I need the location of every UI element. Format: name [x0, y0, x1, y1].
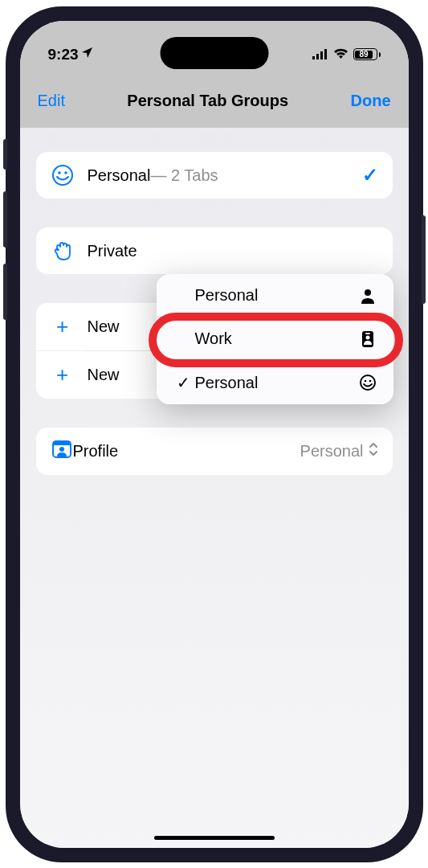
popover-label: Work	[195, 330, 358, 348]
svg-point-6	[64, 171, 67, 174]
profile-label: Profile	[73, 442, 119, 461]
done-button[interactable]: Done	[351, 92, 391, 110]
badge-icon	[358, 330, 377, 348]
plus-icon: +	[51, 314, 75, 339]
popover-item-work[interactable]: Work	[157, 317, 393, 361]
svg-rect-2	[320, 51, 323, 59]
svg-rect-13	[365, 333, 370, 334]
edit-button[interactable]: Edit	[38, 92, 65, 110]
svg-point-10	[365, 289, 371, 296]
profile-icon	[51, 439, 73, 464]
side-button	[3, 139, 7, 170]
profile-value: Personal	[300, 442, 364, 461]
dynamic-island	[160, 37, 268, 69]
page-title: Personal Tab Groups	[127, 92, 288, 110]
power-button	[422, 215, 426, 304]
svg-point-14	[361, 375, 375, 390]
volume-up-button	[3, 191, 7, 248]
plus-icon: +	[51, 362, 75, 387]
smiley-icon	[51, 163, 75, 187]
home-indicator[interactable]	[154, 836, 275, 840]
svg-point-4	[53, 166, 72, 185]
updown-chevron-icon	[369, 442, 378, 461]
svg-point-9	[59, 447, 64, 452]
location-icon	[81, 46, 94, 63]
new-label: New	[88, 317, 120, 336]
svg-point-12	[365, 335, 369, 339]
private-label: Private	[88, 242, 137, 260]
popover-label: Personal	[195, 286, 358, 305]
svg-rect-3	[324, 49, 327, 59]
person-icon	[358, 288, 377, 304]
popover-item-personal[interactable]: Personal	[157, 274, 393, 317]
phone-frame: 9:23 89 Edit	[6, 6, 423, 862]
checkmark-icon: ✓	[173, 373, 195, 392]
svg-point-15	[364, 380, 366, 383]
smiley-icon	[358, 374, 377, 391]
profile-selector[interactable]: Profile Personal	[36, 428, 393, 475]
screen: 9:23 89 Edit	[20, 21, 409, 848]
popover-label: Personal	[195, 374, 358, 392]
svg-rect-0	[312, 56, 315, 59]
popover-item-personal-active[interactable]: ✓ Personal	[157, 361, 393, 404]
content-area: Personal — 2 Tabs ✓ Private + New + New	[20, 128, 409, 848]
hand-icon	[51, 239, 75, 263]
tab-group-label: Personal	[88, 166, 151, 185]
svg-point-5	[58, 171, 61, 174]
battery-level: 89	[355, 51, 373, 59]
svg-rect-1	[316, 54, 319, 59]
tab-group-count: — 2 Tabs	[150, 166, 218, 185]
nav-header: Edit Personal Tab Groups Done	[20, 73, 409, 128]
battery-icon: 89	[353, 48, 381, 60]
tab-group-personal[interactable]: Personal — 2 Tabs ✓	[36, 152, 393, 199]
checkmark-icon: ✓	[362, 164, 378, 186]
status-time: 9:23	[48, 46, 79, 63]
svg-rect-8	[53, 441, 71, 445]
volume-down-button	[3, 264, 7, 320]
svg-point-16	[369, 380, 371, 383]
wifi-icon	[333, 46, 349, 63]
cellular-icon	[312, 46, 328, 63]
profile-popover: Personal Work ✓ Personal	[157, 274, 393, 404]
new-label: New	[88, 366, 120, 384]
tab-group-private[interactable]: Private	[36, 227, 393, 274]
